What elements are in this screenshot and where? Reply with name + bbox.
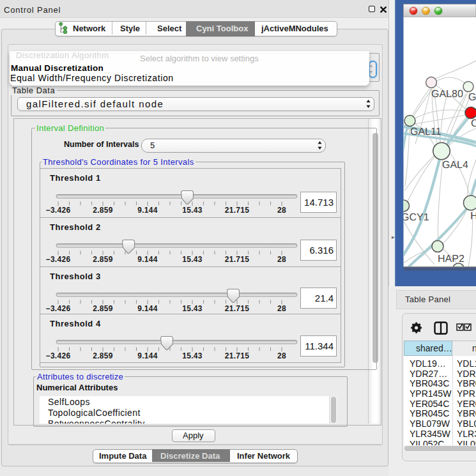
- svg-text:9.144: 9.144: [137, 304, 158, 313]
- svg-text:21.715: 21.715: [225, 351, 250, 360]
- svg-text:2.859: 2.859: [93, 351, 113, 360]
- svg-text:2.859: 2.859: [93, 206, 113, 215]
- svg-text:21.715: 21.715: [225, 255, 250, 264]
- svg-text:28: 28: [277, 304, 286, 313]
- svg-text:−3.426: −3.426: [46, 255, 71, 264]
- svg-text:−3.426: −3.426: [46, 206, 71, 215]
- svg-text:28: 28: [277, 206, 286, 215]
- svg-text:H: H: [470, 211, 476, 222]
- svg-text:15.43: 15.43: [182, 304, 203, 313]
- svg-text:9.144: 9.144: [137, 206, 158, 215]
- svg-text:−3.426: −3.426: [46, 304, 71, 313]
- svg-text:GAL4: GAL4: [442, 160, 468, 171]
- svg-text:GAL11: GAL11: [410, 127, 441, 137]
- svg-text:GCY1: GCY1: [401, 212, 429, 223]
- svg-text:−3.426: −3.426: [46, 351, 71, 360]
- svg-text:21.715: 21.715: [225, 304, 250, 313]
- svg-text:C: C: [471, 118, 476, 129]
- svg-text:9.144: 9.144: [137, 255, 158, 264]
- svg-text:28: 28: [277, 255, 286, 264]
- svg-text:2.859: 2.859: [93, 304, 113, 313]
- svg-text:2.859: 2.859: [93, 255, 113, 264]
- svg-text:21.715: 21.715: [225, 206, 250, 215]
- svg-text:9.144: 9.144: [137, 351, 158, 360]
- svg-text:15.43: 15.43: [182, 351, 203, 360]
- svg-text:15.43: 15.43: [182, 206, 203, 215]
- svg-text:28: 28: [277, 351, 286, 360]
- svg-text:GA: GA: [468, 92, 476, 103]
- svg-text:GAL80: GAL80: [431, 89, 463, 100]
- svg-text:15.43: 15.43: [182, 255, 203, 264]
- svg-text:HAP2: HAP2: [438, 254, 464, 265]
